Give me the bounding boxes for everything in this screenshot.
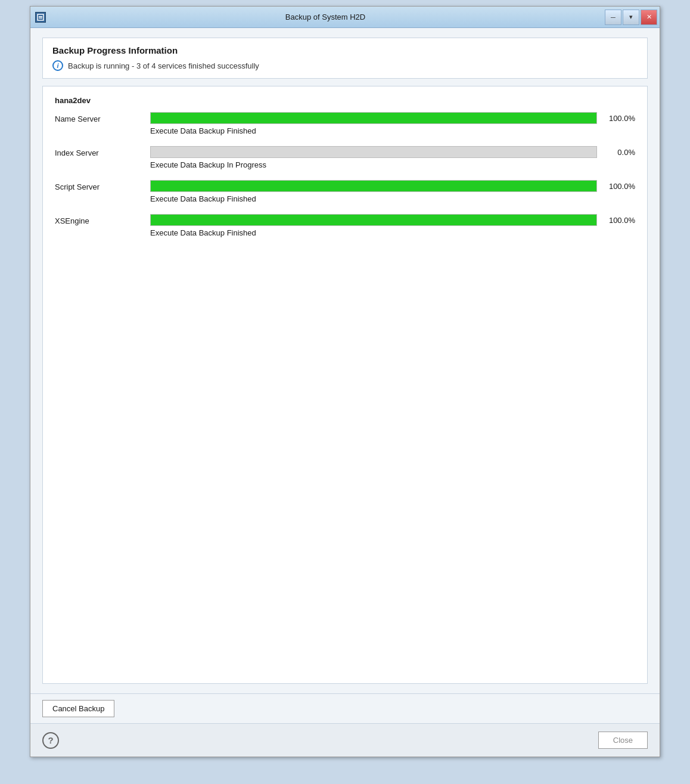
service-label: XSEngine	[55, 214, 150, 225]
service-row: XSEngine100.0%Execute Data Backup Finish…	[55, 214, 635, 237]
titlebar: Backup of System H2D ─ ▾ ✕	[30, 7, 660, 28]
cancel-backup-button[interactable]: Cancel Backup	[42, 700, 114, 717]
header-section: Backup Progress Information i Backup is …	[42, 38, 648, 79]
progress-bar-fill	[151, 215, 596, 225]
service-label: Index Server	[55, 146, 150, 157]
service-status-text: Execute Data Backup In Progress	[150, 160, 635, 169]
bottom-buttons-area: Cancel Backup	[30, 693, 660, 723]
progress-percent: 100.0%	[604, 216, 635, 225]
main-window: Backup of System H2D ─ ▾ ✕ Backup Progre…	[30, 6, 660, 757]
progress-row: 100.0%	[150, 112, 635, 124]
dropdown-button[interactable]: ▾	[623, 10, 639, 25]
minimize-button[interactable]: ─	[605, 10, 621, 25]
service-label: Script Server	[55, 180, 150, 191]
progress-bar-container	[150, 112, 597, 124]
status-text: Backup is running - 3 of 4 services fini…	[68, 61, 259, 70]
service-progress-area: 0.0%Execute Data Backup In Progress	[150, 146, 635, 169]
svg-rect-1	[39, 16, 42, 17]
window-controls: ─ ▾ ✕	[605, 10, 657, 25]
service-progress-area: 100.0%Execute Data Backup Finished	[150, 180, 635, 203]
service-label: Name Server	[55, 112, 150, 123]
progress-bar-container	[150, 214, 597, 226]
progress-bar-fill	[151, 113, 596, 123]
close-button[interactable]: Close	[598, 732, 648, 749]
service-status-text: Execute Data Backup Finished	[150, 228, 635, 237]
progress-bar-fill	[151, 181, 596, 191]
progress-row: 100.0%	[150, 180, 635, 192]
service-status-text: Execute Data Backup Finished	[150, 126, 635, 135]
service-row: Index Server0.0%Execute Data Backup In P…	[55, 146, 635, 169]
progress-bar-container	[150, 146, 597, 158]
services-container: Name Server100.0%Execute Data Backup Fin…	[55, 112, 635, 237]
progress-row: 0.0%	[150, 146, 635, 158]
svg-rect-2	[39, 17, 42, 18]
info-icon: i	[52, 60, 63, 71]
footer: ? Close	[30, 723, 660, 757]
service-status-text: Execute Data Backup Finished	[150, 194, 635, 203]
progress-percent: 0.0%	[604, 148, 635, 157]
progress-percent: 100.0%	[604, 182, 635, 191]
status-line: i Backup is running - 3 of 4 services fi…	[52, 60, 638, 71]
host-name: hana2dev	[55, 96, 635, 105]
service-progress-area: 100.0%Execute Data Backup Finished	[150, 214, 635, 237]
progress-bar-container	[150, 180, 597, 192]
app-icon	[35, 12, 46, 23]
svg-rect-0	[38, 14, 43, 20]
service-progress-area: 100.0%Execute Data Backup Finished	[150, 112, 635, 135]
help-icon[interactable]: ?	[42, 732, 59, 749]
progress-row: 100.0%	[150, 214, 635, 226]
window-title: Backup of System H2D	[46, 13, 605, 21]
content-area: Backup Progress Information i Backup is …	[30, 28, 660, 693]
page-title: Backup Progress Information	[52, 45, 638, 55]
window-close-button[interactable]: ✕	[641, 10, 657, 25]
services-panel: hana2dev Name Server100.0%Execute Data B…	[42, 86, 648, 684]
service-row: Name Server100.0%Execute Data Backup Fin…	[55, 112, 635, 135]
progress-percent: 100.0%	[604, 114, 635, 123]
service-row: Script Server100.0%Execute Data Backup F…	[55, 180, 635, 203]
